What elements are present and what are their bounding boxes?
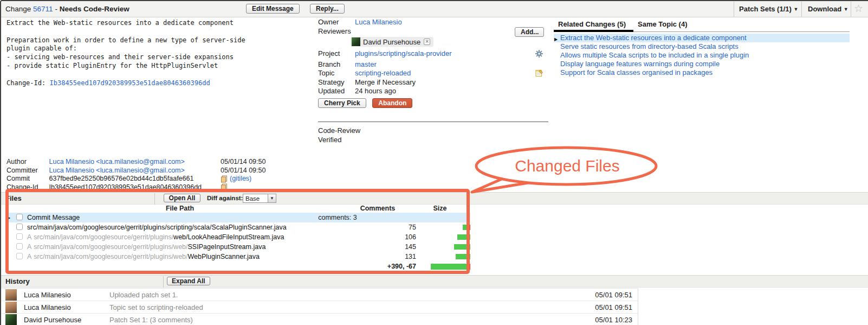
avatar bbox=[5, 289, 17, 301]
gitiles-link[interactable]: (gitiles) bbox=[230, 175, 251, 183]
history-section-header: History Expand All bbox=[1, 275, 868, 288]
file-row[interactable]: src/main/java/com/googlesource/gerrit/pl… bbox=[7, 222, 470, 232]
avatar bbox=[352, 37, 360, 46]
file-size-bar bbox=[416, 232, 470, 242]
file-path-prefix: src/main/java/com/googlesource/gerrit/pl… bbox=[34, 233, 173, 241]
code-review-label: Code-Review bbox=[318, 126, 360, 135]
file-name[interactable]: Commit Message bbox=[27, 214, 80, 221]
edit-topic-icon[interactable] bbox=[535, 69, 543, 79]
tab-related-changes[interactable]: Related Changes (5) bbox=[554, 19, 633, 32]
commit-message-text: Extract the Web-static resources into a … bbox=[7, 19, 302, 71]
file-row[interactable]: Asrc/main/java/com/googlesource/gerrit/p… bbox=[7, 242, 470, 252]
history-title: History bbox=[5, 277, 30, 285]
file-size-bar bbox=[416, 222, 470, 232]
committer-row: Committer Luca Milanesio <luca.milanesio… bbox=[7, 167, 310, 175]
file-checkbox[interactable] bbox=[16, 224, 23, 230]
files-table: File Path Comments Size ▶ Commit Message… bbox=[7, 205, 470, 271]
branch-label: Branch bbox=[318, 60, 355, 69]
edit-message-button[interactable]: Edit Message bbox=[246, 4, 300, 14]
verified-label: Verified bbox=[318, 135, 360, 144]
file-name[interactable]: src/main/java/com/googlesource/gerrit/pl… bbox=[27, 224, 287, 231]
file-status-added: A bbox=[27, 253, 31, 260]
file-size-bar bbox=[416, 242, 470, 252]
chevron-down-icon: ▼ bbox=[844, 7, 848, 12]
branch-link[interactable]: master bbox=[355, 60, 377, 69]
reviewer-chip: David Pursehouse × bbox=[351, 37, 433, 47]
strategy-label: Strategy bbox=[318, 78, 355, 87]
history-row[interactable]: Luca Milanesio Topic set to scripting-re… bbox=[1, 301, 638, 314]
file-path-prefix: src/main/java/com/googlesource/gerrit/pl… bbox=[34, 253, 187, 260]
download-dropdown[interactable]: Download ▼ bbox=[808, 5, 848, 13]
file-row-commit-message[interactable]: ▶ Commit Message comments: 3 bbox=[7, 213, 470, 222]
history-row[interactable]: David Pursehouse Patch Set 1: (3 comment… bbox=[1, 314, 638, 325]
patch-sets-dropdown[interactable]: Patch Sets (1/1) ▼ bbox=[739, 5, 798, 13]
file-name[interactable]: WebPluginScanner.java bbox=[188, 253, 260, 260]
project-link[interactable]: plugins/scripting/scala-provider bbox=[355, 49, 451, 59]
change-number-link[interactable]: 56711 bbox=[33, 5, 53, 13]
expand-all-button[interactable]: Expand All bbox=[167, 277, 210, 285]
annotation-bubble-tail bbox=[472, 171, 545, 192]
col-comments: Comments bbox=[337, 205, 418, 212]
related-change-item[interactable]: Display language features warnings durin… bbox=[554, 60, 850, 68]
related-change-link[interactable]: Display language features warnings durin… bbox=[560, 60, 720, 68]
file-status-added: A bbox=[27, 233, 31, 241]
history-author: Luca Milanesio bbox=[24, 303, 109, 311]
patch-sets-label: Patch Sets (1/1) bbox=[739, 5, 792, 13]
commit-info-table: Author Luca Milanesio <luca.milanesio@gm… bbox=[7, 158, 310, 192]
copy-icon[interactable] bbox=[221, 183, 228, 191]
band-divider bbox=[163, 276, 164, 288]
history-table: Luca Milanesio Uploaded patch set 1. 05/… bbox=[1, 288, 638, 325]
commit-label: Commit bbox=[7, 175, 47, 183]
tab-same-topic[interactable]: Same Topic (4) bbox=[633, 19, 695, 32]
cherry-pick-button[interactable]: Cherry Pick bbox=[318, 98, 366, 108]
abandon-button[interactable]: Abandon bbox=[372, 98, 412, 108]
committer-link[interactable]: Luca Milanesio <luca.milanesio@gmail.com… bbox=[49, 167, 184, 174]
file-comments: comments: 3 bbox=[297, 214, 378, 221]
related-change-link[interactable]: Support for Scala classes organised in p… bbox=[560, 68, 712, 77]
reply-button[interactable]: Reply... bbox=[310, 4, 345, 14]
open-all-button[interactable]: Open All bbox=[164, 194, 200, 202]
add-reviewer-button[interactable]: Add... bbox=[515, 27, 544, 37]
related-change-link[interactable]: Extract the Web-static resources into a … bbox=[560, 34, 747, 42]
selected-row-marker-icon: ▶ bbox=[7, 215, 13, 220]
author-link[interactable]: Luca Milanesio <luca.milanesio@gmail.com… bbox=[49, 158, 184, 165]
change-label: Change bbox=[5, 5, 31, 13]
files-total-count: +390, -67 bbox=[378, 263, 416, 270]
project-label: Project bbox=[318, 49, 355, 59]
related-change-link[interactable]: Serve static resources from directory-ba… bbox=[560, 42, 739, 50]
related-change-item[interactable]: Allows multiple Scala scripts to be incl… bbox=[554, 51, 850, 60]
labels-divider bbox=[318, 122, 548, 122]
topic-label: Topic bbox=[318, 69, 355, 78]
history-timestamp: 05/01 09:51 bbox=[578, 291, 638, 299]
copy-icon[interactable] bbox=[221, 175, 228, 183]
topbar-divider bbox=[734, 2, 734, 17]
topic-link[interactable]: scripting-reloaded bbox=[355, 69, 411, 78]
related-change-link[interactable]: Allows multiple Scala scripts to be incl… bbox=[560, 51, 749, 59]
owner-link[interactable]: Luca Milanesio bbox=[355, 18, 402, 27]
annotation-bubble bbox=[476, 148, 656, 184]
topbar-divider bbox=[851, 2, 851, 17]
change-id-link[interactable]: Ib38455eed107d920389953e51dae8046360396d… bbox=[49, 79, 210, 87]
file-size-bar bbox=[416, 252, 470, 262]
star-icon[interactable]: ☆ bbox=[854, 2, 863, 15]
change-id-label: Change-Id bbox=[7, 183, 47, 192]
file-checkbox[interactable] bbox=[16, 214, 23, 220]
related-change-item[interactable]: Serve static resources from directory-ba… bbox=[554, 42, 850, 51]
remove-reviewer-icon[interactable]: × bbox=[424, 39, 430, 45]
file-name[interactable]: SSIPageInputStream.java bbox=[188, 243, 266, 251]
select-arrow-icon: ▼ bbox=[268, 194, 276, 202]
top-header-bar: Change 56711 - Needs Code-Review Edit Me… bbox=[1, 1, 868, 17]
diff-against-select[interactable]: Base ▼ bbox=[243, 194, 276, 203]
file-checkbox[interactable] bbox=[16, 243, 23, 250]
file-row[interactable]: Asrc/main/java/com/googlesource/gerrit/p… bbox=[7, 232, 470, 242]
file-name[interactable]: web/LookAheadFileInputStream.java bbox=[173, 233, 284, 241]
gear-icon[interactable] bbox=[535, 50, 543, 59]
file-checkbox[interactable] bbox=[16, 253, 23, 259]
commit-message-block: Extract the Web-static resources into a … bbox=[7, 19, 302, 87]
related-change-item[interactable]: ▶ Extract the Web-static resources into … bbox=[554, 34, 850, 42]
history-row[interactable]: Luca Milanesio Uploaded patch set 1. 05/… bbox=[1, 289, 638, 301]
related-change-item[interactable]: Support for Scala classes organised in p… bbox=[554, 68, 850, 77]
file-checkbox[interactable] bbox=[16, 233, 23, 240]
file-row[interactable]: Asrc/main/java/com/googlesource/gerrit/p… bbox=[7, 252, 470, 262]
author-row: Author Luca Milanesio <luca.milanesio@gm… bbox=[7, 158, 310, 167]
